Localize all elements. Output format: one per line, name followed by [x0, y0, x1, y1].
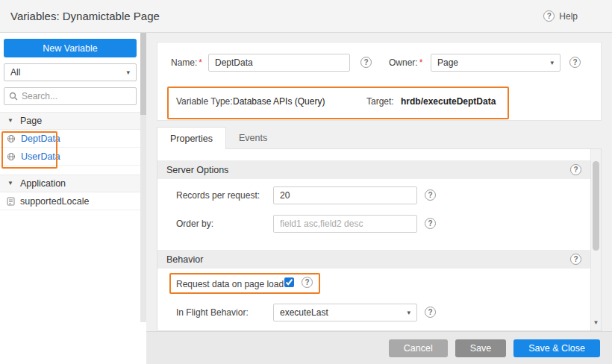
- inflight-select-value: executeLast: [280, 307, 328, 318]
- variable-type-label: Variable Type:: [176, 96, 233, 107]
- name-label: Name:*: [171, 57, 202, 68]
- panel-scrollbar-thumb[interactable]: [593, 161, 599, 251]
- tree-item-label: supportedLocale: [20, 196, 89, 207]
- variable-type-value: Database APIs (Query): [233, 96, 325, 107]
- locale-icon: [7, 197, 15, 206]
- required-asterisk: *: [199, 57, 202, 68]
- sidebar-scrollbar[interactable]: [140, 33, 146, 322]
- owner-select-value: Page: [437, 57, 458, 68]
- search-icon: [9, 92, 18, 101]
- owner-label: Owner:*: [389, 57, 422, 68]
- variable-filter-value: All: [10, 67, 20, 78]
- main-content: Name:* ? Owner:* Page ▾ ? Variable Type:…: [146, 33, 612, 364]
- sidebar-item-deptdata[interactable]: DeptData: [0, 130, 140, 148]
- request-on-load-checkbox[interactable]: [284, 277, 294, 287]
- chevron-down-icon: ▾: [550, 60, 554, 66]
- search-input[interactable]: [22, 91, 131, 101]
- records-help-icon[interactable]: ?: [425, 189, 436, 201]
- request-on-load-label: Request data on page load: [176, 279, 284, 289]
- name-help-icon[interactable]: ?: [360, 57, 372, 68]
- scroll-down-button[interactable]: ▼: [591, 317, 601, 329]
- search-box: [4, 87, 137, 105]
- section-behavior: Behavior ?: [157, 250, 590, 269]
- save-button[interactable]: Save: [455, 339, 507, 357]
- sidebar-scrollbar-thumb[interactable]: [140, 33, 146, 115]
- orderby-help-icon[interactable]: ?: [425, 218, 436, 229]
- help-icon: ?: [543, 10, 555, 22]
- records-input[interactable]: [273, 186, 417, 204]
- section-server-options: Server Options ?: [157, 160, 590, 179]
- section-title: Server Options: [166, 165, 228, 175]
- variable-tree: ▼ Page DeptData UserData ▼ Application s…: [0, 112, 140, 210]
- page-title: Variables: Dynamictable Page: [10, 10, 160, 22]
- inflight-select[interactable]: executeLast ▾: [273, 304, 417, 321]
- tab-properties[interactable]: Properties: [157, 127, 226, 149]
- cancel-button[interactable]: Cancel: [389, 339, 448, 357]
- required-asterisk: *: [419, 57, 423, 68]
- orderby-input[interactable]: [273, 215, 417, 233]
- variable-form: Name:* ? Owner:* Page ▾ ? Variable Type:…: [157, 42, 602, 121]
- records-label: Records per request:: [176, 190, 260, 201]
- server-options-help-icon[interactable]: ?: [570, 164, 581, 175]
- help-button[interactable]: ? Help: [543, 10, 578, 22]
- inflight-label: In Flight Behavior:: [176, 307, 249, 318]
- tab-events[interactable]: Events: [226, 127, 280, 149]
- tree-item-label: UserData: [21, 151, 60, 162]
- section-title: Behavior: [166, 254, 203, 265]
- tab-bar: Properties Events: [157, 127, 280, 149]
- tree-group-application[interactable]: ▼ Application: [0, 175, 140, 192]
- sidebar-item-supportedlocale[interactable]: supportedLocale: [0, 192, 140, 210]
- tree-item-label: DeptData: [21, 134, 60, 144]
- variable-filter-select[interactable]: All ▾: [4, 63, 137, 81]
- panel-scrollbar[interactable]: ▼: [590, 149, 601, 330]
- triangle-down-icon: ▼: [7, 118, 13, 124]
- triangle-down-icon: ▼: [7, 181, 13, 186]
- help-label: Help: [559, 11, 578, 22]
- sidebar: New Variable All ▾ ▼ Page DeptData UserD…: [0, 33, 140, 364]
- tree-group-page[interactable]: ▼ Page: [0, 112, 140, 130]
- chevron-down-icon: ▾: [407, 310, 410, 316]
- tree-group-label: Application: [20, 178, 66, 189]
- target-label: Target:: [366, 96, 394, 107]
- save-close-button[interactable]: Save & Close: [513, 339, 600, 357]
- new-variable-button[interactable]: New Variable: [4, 39, 137, 57]
- target-value: hrdb/executeDeptData: [401, 96, 496, 107]
- orderby-label: Order by:: [176, 219, 213, 229]
- tree-group-label: Page: [20, 116, 42, 126]
- sidebar-item-userdata[interactable]: UserData: [0, 148, 140, 166]
- owner-select[interactable]: Page ▾: [431, 54, 561, 72]
- chevron-down-icon: ▾: [126, 69, 130, 76]
- name-input[interactable]: [208, 54, 350, 72]
- variables-dialog: Variables: Dynamictable Page ? Help New …: [0, 0, 612, 364]
- dialog-header: Variables: Dynamictable Page ? Help: [0, 0, 612, 33]
- inflight-help-icon[interactable]: ?: [425, 307, 436, 318]
- footer-bar: Cancel Save Save & Close: [146, 331, 612, 364]
- behavior-help-icon[interactable]: ?: [570, 254, 581, 265]
- variable-icon: [7, 152, 16, 161]
- variable-icon: [7, 134, 16, 143]
- properties-panel: Server Options ? Records per request: ? …: [157, 148, 602, 331]
- owner-help-icon[interactable]: ?: [569, 57, 581, 68]
- request-help-icon[interactable]: ?: [302, 277, 313, 288]
